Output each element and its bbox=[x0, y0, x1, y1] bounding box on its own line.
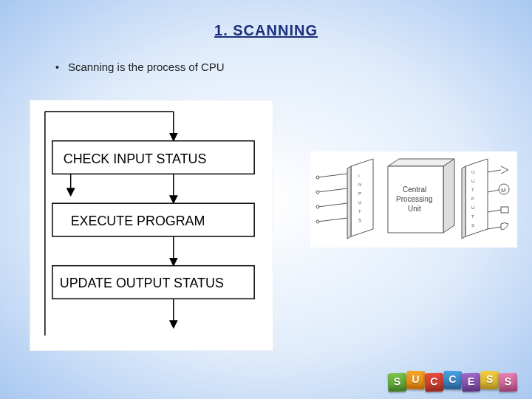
block-letter: C bbox=[425, 373, 444, 392]
scanning-flowchart: CHECK INPUT STATUS EXECUTE PROGRAM UPDAT… bbox=[30, 100, 273, 351]
svg-line-19 bbox=[318, 203, 347, 207]
block-letter: S bbox=[499, 373, 518, 392]
svg-text:N: N bbox=[358, 183, 361, 187]
outputs-label: O bbox=[471, 170, 475, 174]
block-letter: S bbox=[480, 371, 499, 390]
block-letter: C bbox=[443, 371, 463, 390]
flow-step-2-label: EXECUTE PROGRAM bbox=[71, 214, 205, 228]
svg-line-21 bbox=[318, 218, 347, 222]
svg-text:U: U bbox=[358, 200, 361, 205]
svg-text:S: S bbox=[358, 218, 361, 222]
bullet-dot-icon: • bbox=[55, 61, 59, 73]
svg-point-18 bbox=[316, 191, 319, 194]
plc-block-diagram: I N P U T S Central Processing Unit O U … bbox=[310, 151, 517, 248]
svg-line-30 bbox=[488, 170, 501, 172]
motor-icon: M bbox=[501, 187, 506, 194]
flow-step-1-label: CHECK INPUT STATUS bbox=[64, 151, 207, 166]
block-letter: E bbox=[462, 373, 481, 392]
block-letter: S bbox=[388, 373, 407, 392]
svg-text:S: S bbox=[471, 223, 474, 228]
svg-line-33 bbox=[488, 210, 501, 212]
cpu-label-2: Processing bbox=[396, 195, 432, 203]
svg-text:U: U bbox=[471, 205, 474, 210]
svg-text:P: P bbox=[471, 197, 474, 201]
svg-point-16 bbox=[316, 176, 319, 179]
slide-title: 1. SCANNING bbox=[214, 22, 318, 39]
svg-rect-34 bbox=[501, 207, 508, 213]
bullet-text: Scanning is the process of CPU bbox=[68, 61, 225, 73]
svg-line-17 bbox=[318, 188, 347, 192]
block-letter: U bbox=[406, 371, 426, 390]
svg-text:T: T bbox=[358, 209, 361, 214]
cpu-label-1: Central bbox=[403, 185, 426, 194]
svg-text:T: T bbox=[471, 188, 474, 192]
svg-point-22 bbox=[316, 220, 319, 223]
bullet-row: • Scanning is the process of CPU bbox=[55, 61, 225, 73]
svg-line-35 bbox=[488, 227, 501, 229]
success-blocks-decoration: S U C C E S S bbox=[388, 372, 517, 390]
svg-text:T: T bbox=[471, 214, 474, 219]
cpu-label-3: Unit bbox=[408, 205, 421, 213]
svg-line-31 bbox=[488, 190, 499, 192]
svg-line-15 bbox=[318, 174, 347, 177]
svg-text:P: P bbox=[358, 191, 361, 196]
svg-text:U: U bbox=[471, 179, 474, 183]
flow-step-3-label: UPDATE OUTPUT STATUS bbox=[60, 276, 224, 290]
svg-point-20 bbox=[316, 205, 319, 208]
